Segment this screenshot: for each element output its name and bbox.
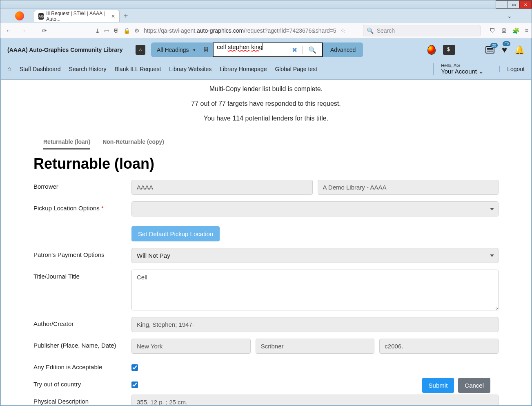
window-maximize-button[interactable]: ▭	[508, 0, 520, 9]
menu-icon[interactable]: ≡	[525, 27, 528, 34]
publisher-date-field[interactable]	[379, 339, 499, 354]
database-icon[interactable]: 🗄	[199, 47, 213, 53]
firefox-icon	[15, 11, 24, 20]
reload-button[interactable]: ⟳	[40, 26, 49, 36]
new-tab-button[interactable]: +	[124, 12, 128, 20]
tryout-label: Try out of country	[33, 377, 131, 388]
borrower-name-field[interactable]	[318, 180, 499, 195]
request-type-tabs: Returnable (loan) Non-Returnable (copy)	[43, 138, 499, 149]
title-label: Title/Journal Title	[33, 270, 131, 280]
status-line-2: 77 out of 77 targets have responded to t…	[33, 100, 499, 107]
url-suffix: /request?agctrlid=7423676&shard=5	[244, 27, 336, 34]
status-line-1: Multi-Copy lender list build is complete…	[33, 85, 499, 93]
author-field[interactable]	[131, 317, 499, 332]
form-actions: Submit Cancel	[422, 378, 490, 393]
logout-link[interactable]: Logout	[499, 66, 525, 72]
publisher-place-field[interactable]	[131, 339, 251, 354]
shield-icon[interactable]: ⛨	[114, 27, 119, 34]
favorites-badge: F9	[503, 41, 510, 46]
tabs-overflow-icon[interactable]: ⌄	[507, 13, 512, 19]
browser-toolbar: ← → ⟳ ⤓ ▭ ⛨ 🔒 ⚙ https://qa-stwi-agent.au…	[0, 23, 532, 38]
nav-library-homepage[interactable]: Library Homepage	[220, 66, 267, 72]
tab-returnable[interactable]: Returnable (loan)	[43, 138, 90, 149]
favorites-button[interactable]: ♥ F9	[502, 45, 507, 55]
anyedition-checkbox[interactable]	[131, 364, 138, 371]
cancel-button[interactable]: Cancel	[458, 378, 490, 393]
browser-tab-active[interactable]: AG Ill Request | STWI | AAAA | Auto... ✕	[34, 10, 120, 22]
pin-icon[interactable]: ⤓	[95, 27, 100, 34]
borrower-label: Borrower	[33, 180, 131, 190]
url-prefix: https://qa-stwi-agent.	[144, 27, 197, 34]
publisher-label: Publisher (Place, Name, Date)	[33, 339, 131, 349]
pickup-label: Pickup Location Options *	[33, 201, 131, 212]
set-default-pickup-button[interactable]: Set Default Pickup Location	[131, 226, 220, 241]
author-label: Author/Creator	[33, 317, 131, 327]
publisher-name-field[interactable]	[256, 339, 375, 354]
nav-staff-dashboard[interactable]: Staff Dashboard	[20, 66, 61, 72]
search-cluster: All Headings 🗄 cell stephen king ✖ 🔍 Adv…	[151, 42, 363, 57]
search-input[interactable]: cell stephen king	[214, 43, 287, 56]
permissions-icon[interactable]: ⚙	[134, 27, 140, 34]
borrower-code-field[interactable]	[131, 180, 313, 195]
nav-blank-ill-request[interactable]: Blank ILL Request	[114, 66, 161, 72]
print-icon[interactable]: 🖶	[501, 27, 507, 34]
clear-search-button[interactable]: ✖	[287, 46, 302, 54]
tryout-checkbox[interactable]	[131, 381, 138, 388]
app-header: (AAAA) Auto-Graphics Community Library A…	[1, 38, 531, 61]
anyedition-label: Any Edition is Acceptable	[33, 360, 131, 370]
page-title: Returnable (loan)	[33, 155, 499, 172]
physdesc-field[interactable]	[131, 395, 499, 405]
headings-select[interactable]: All Headings	[151, 47, 199, 53]
window-titlebar: — ▭ ✕	[0, 0, 532, 9]
advanced-search-button[interactable]: Advanced	[323, 42, 363, 57]
url-domain: auto-graphics.com	[197, 27, 244, 34]
tab-close-button[interactable]: ✕	[111, 13, 115, 19]
account-menu[interactable]: Hello, AG Your Account ⌄	[433, 63, 491, 75]
nav-search-history[interactable]: Search History	[69, 66, 107, 72]
window-close-button[interactable]: ✕	[519, 0, 532, 9]
app-nav: ⌂ Staff Dashboard Search History Blank I…	[1, 61, 531, 80]
browser-search-box[interactable]: 🔍 Search	[363, 25, 481, 36]
library-name: (AAAA) Auto-Graphics Community Library	[7, 46, 130, 54]
list-button[interactable]: 20	[485, 46, 494, 54]
bookmark-star-icon[interactable]: ☆	[341, 27, 346, 34]
browser-tabstrip: AG Ill Request | STWI | AAAA | Auto... ✕…	[0, 9, 532, 23]
status-line-3: You have 114 potential lenders for this …	[33, 115, 499, 122]
search-go-button[interactable]: 🔍	[302, 46, 322, 54]
payment-label: Patron's Payment Options	[33, 248, 131, 258]
chevron-down-icon: ⌄	[479, 68, 484, 75]
balloon-icon[interactable]	[427, 45, 436, 55]
pocket-icon[interactable]: ⛉	[490, 27, 495, 34]
payment-select[interactable]: Will Not Pay	[131, 248, 499, 263]
nav-global-page-test[interactable]: Global Page test	[275, 66, 317, 72]
pickup-location-select[interactable]	[131, 201, 499, 216]
forward-button[interactable]: →	[18, 26, 28, 36]
auction-icon[interactable]	[443, 45, 455, 55]
container-icon[interactable]: ▭	[104, 27, 109, 34]
search-icon: 🔍	[367, 27, 374, 34]
extensions-icon[interactable]: 🧩	[512, 27, 519, 34]
home-icon[interactable]: ⌂	[7, 65, 11, 73]
lock-icon[interactable]: 🔒	[123, 27, 130, 34]
language-icon[interactable]: A	[136, 45, 145, 55]
content-area: Multi-Copy lender list build is complete…	[1, 80, 531, 405]
nav-library-websites[interactable]: Library Websites	[169, 66, 211, 72]
tab-title: Ill Request | STWI | AAAA | Auto...	[46, 11, 108, 22]
bell-icon[interactable]: 🔔	[514, 45, 525, 55]
window-minimize-button[interactable]: —	[496, 0, 508, 9]
back-button[interactable]: ←	[4, 26, 13, 36]
tab-nonreturnable[interactable]: Non-Returnable (copy)	[102, 138, 164, 149]
submit-button[interactable]: Submit	[422, 378, 454, 393]
account-hello: Hello, AG	[441, 63, 484, 68]
tab-favicon-icon: AG	[38, 13, 44, 20]
physdesc-label: Physical Description	[33, 395, 131, 405]
account-label: Your Account	[441, 68, 477, 75]
browser-search-placeholder: Search	[377, 27, 395, 34]
list-badge: 20	[490, 43, 498, 48]
url-bar[interactable]: https://qa-stwi-agent.auto-graphics.com/…	[144, 27, 336, 34]
title-textarea[interactable]: Cell	[131, 270, 499, 310]
